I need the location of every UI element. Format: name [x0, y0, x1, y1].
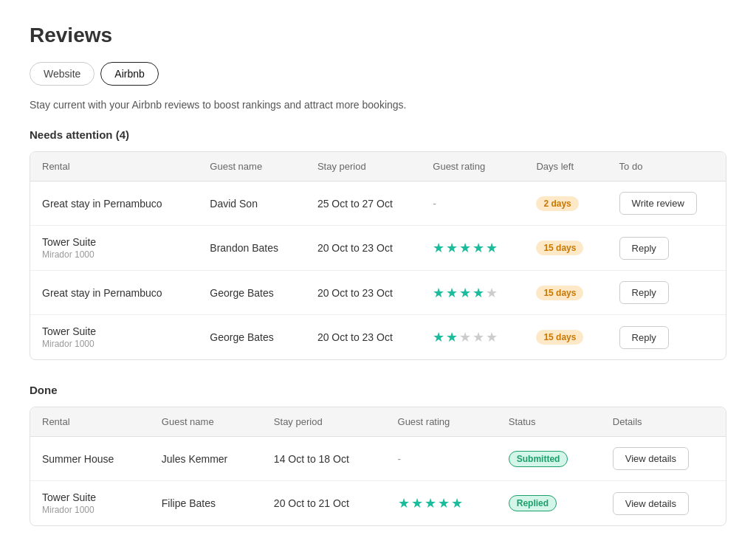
- status-badge: Replied: [509, 495, 557, 511]
- days-badge: 15 days: [536, 330, 583, 345]
- action-button[interactable]: Reply: [619, 281, 669, 304]
- col-rating-done: Guest rating: [386, 407, 497, 437]
- action-button[interactable]: Write review: [619, 192, 697, 215]
- col-details-done: Details: [601, 407, 726, 437]
- rating-cell: ★★★★★: [421, 226, 524, 271]
- rental-cell: Tower Suite Mirador 1000: [30, 226, 198, 271]
- col-stay-needs: Stay period: [306, 152, 421, 182]
- rating-dash: -: [398, 453, 402, 465]
- table-row: Tower Suite Mirador 1000 Filipe Bates 20…: [30, 481, 726, 526]
- stay-period-cell: 20 Oct to 23 Oct: [306, 271, 421, 315]
- done-table: Rental Guest name Stay period Guest rati…: [30, 407, 726, 526]
- guest-name-cell: George Bates: [198, 271, 306, 315]
- rental-cell: Summer House: [30, 437, 150, 481]
- details-cell: View details: [601, 437, 726, 481]
- rental-cell: Tower Suite Mirador 1000: [30, 315, 198, 360]
- guest-name-cell: George Bates: [198, 315, 306, 360]
- subtitle: Stay current with your Airbnb reviews to…: [30, 99, 726, 111]
- stay-period-cell: 20 Oct to 21 Oct: [262, 481, 386, 526]
- rating-cell: ★★★★★: [421, 315, 524, 360]
- table-row: Tower Suite Mirador 1000 Brandon Bates 2…: [30, 226, 726, 271]
- guest-name-cell: Jules Kemmer: [150, 437, 262, 481]
- action-cell: Reply: [608, 315, 726, 360]
- stay-period-cell: 20 Oct to 23 Oct: [306, 315, 421, 360]
- tab-group: Website Airbnb: [30, 62, 726, 86]
- stay-period-cell: 20 Oct to 23 Oct: [306, 226, 421, 271]
- needs-attention-table: Rental Guest name Stay period Guest rati…: [30, 151, 726, 360]
- table-row: Great stay in Pernambuco David Son 25 Oc…: [30, 182, 726, 226]
- days-left-cell: 2 days: [524, 182, 607, 226]
- rating-cell: ★★★★★: [421, 271, 524, 315]
- done-title: Done: [30, 384, 726, 396]
- col-todo-needs: To do: [608, 152, 726, 182]
- table-row: Tower Suite Mirador 1000 George Bates 20…: [30, 315, 726, 360]
- days-badge: 2 days: [536, 196, 578, 211]
- col-days-needs: Days left: [524, 152, 607, 182]
- days-left-cell: 15 days: [524, 271, 607, 315]
- view-details-button[interactable]: View details: [613, 447, 689, 470]
- status-cell: Submitted: [497, 437, 601, 481]
- status-cell: Replied: [497, 481, 601, 526]
- needs-attention-title: Needs attention (4): [30, 128, 726, 141]
- col-stay-done: Stay period: [262, 407, 386, 437]
- action-cell: Write review: [608, 182, 726, 226]
- col-rental-done: Rental: [30, 407, 150, 437]
- rental-cell: Tower Suite Mirador 1000: [30, 481, 150, 526]
- col-status-done: Status: [497, 407, 601, 437]
- action-cell: Reply: [608, 226, 726, 271]
- table-row: Summer House Jules Kemmer 14 Oct to 18 O…: [30, 437, 726, 481]
- rating-cell: -: [386, 437, 497, 481]
- guest-name-cell: Brandon Bates: [198, 226, 306, 271]
- rating-cell: ★★★★★: [386, 481, 497, 526]
- col-guest-done: Guest name: [150, 407, 262, 437]
- action-cell: Reply: [608, 271, 726, 315]
- rating-cell: -: [421, 182, 524, 226]
- days-left-cell: 15 days: [524, 315, 607, 360]
- days-badge: 15 days: [536, 241, 583, 255]
- stay-period-cell: 25 Oct to 27 Oct: [306, 182, 421, 226]
- rental-cell: Great stay in Pernambuco: [30, 182, 198, 226]
- rating-dash: -: [433, 198, 436, 210]
- rental-cell: Great stay in Pernambuco: [30, 271, 198, 315]
- status-badge: Submitted: [509, 451, 568, 467]
- action-button[interactable]: Reply: [619, 326, 669, 349]
- tab-airbnb[interactable]: Airbnb: [100, 62, 158, 86]
- guest-name-cell: Filipe Bates: [150, 481, 262, 526]
- days-badge: 15 days: [536, 286, 583, 300]
- details-cell: View details: [601, 481, 726, 526]
- col-rental-needs: Rental: [30, 152, 198, 182]
- view-details-button[interactable]: View details: [613, 492, 689, 515]
- tab-website[interactable]: Website: [30, 62, 94, 86]
- days-left-cell: 15 days: [524, 226, 607, 271]
- col-guest-needs: Guest name: [198, 152, 306, 182]
- stay-period-cell: 14 Oct to 18 Oct: [262, 437, 386, 481]
- guest-name-cell: David Son: [198, 182, 306, 226]
- col-rating-needs: Guest rating: [421, 152, 524, 182]
- page-title: Reviews: [30, 24, 726, 47]
- action-button[interactable]: Reply: [619, 237, 669, 260]
- table-row: Great stay in Pernambuco George Bates 20…: [30, 271, 726, 315]
